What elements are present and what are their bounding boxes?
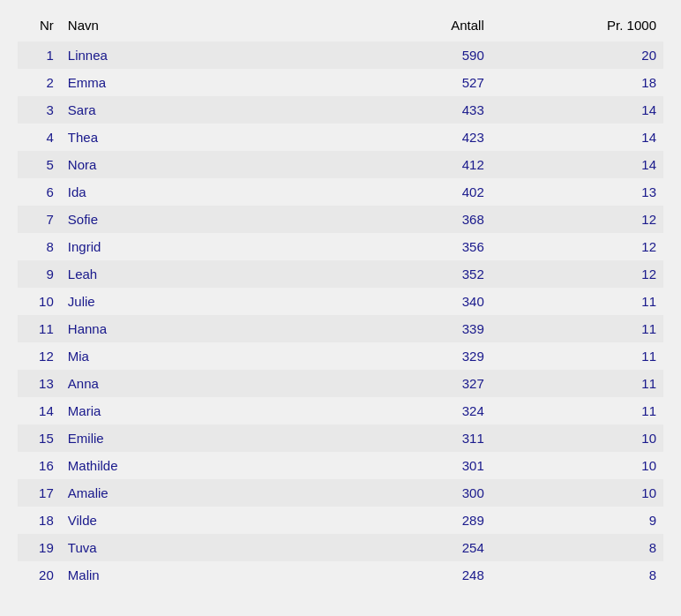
cell-antall: 339 bbox=[254, 315, 490, 342]
cell-navn: Emma bbox=[61, 69, 255, 96]
cell-pr1000: 10 bbox=[491, 452, 663, 479]
cell-antall: 352 bbox=[254, 260, 490, 288]
header-pr1000: Pr. 1000 bbox=[491, 9, 663, 41]
cell-antall: 248 bbox=[254, 561, 490, 589]
cell-antall: 327 bbox=[254, 370, 490, 397]
table-row: 20Malin2488 bbox=[18, 561, 663, 589]
cell-antall: 289 bbox=[254, 507, 490, 534]
cell-antall: 301 bbox=[254, 452, 490, 479]
cell-nr: 5 bbox=[18, 151, 61, 178]
cell-navn: Tuva bbox=[61, 534, 255, 561]
cell-pr1000: 11 bbox=[491, 370, 663, 397]
header-antall: Antall bbox=[254, 9, 490, 41]
table-row: 14Maria32411 bbox=[18, 397, 663, 424]
table-row: 18Vilde2899 bbox=[18, 507, 663, 534]
table-row: 9Leah35212 bbox=[18, 260, 663, 288]
table-row: 11Hanna33911 bbox=[18, 315, 663, 342]
cell-pr1000: 11 bbox=[491, 288, 663, 315]
header-nr: Nr bbox=[18, 9, 61, 41]
cell-navn: Malin bbox=[61, 561, 255, 589]
cell-nr: 17 bbox=[18, 479, 61, 507]
cell-nr: 6 bbox=[18, 178, 61, 206]
cell-nr: 2 bbox=[18, 69, 61, 96]
cell-nr: 7 bbox=[18, 206, 61, 233]
cell-pr1000: 8 bbox=[491, 534, 663, 561]
table-row: 13Anna32711 bbox=[18, 370, 663, 397]
cell-nr: 9 bbox=[18, 260, 61, 288]
cell-nr: 16 bbox=[18, 452, 61, 479]
cell-nr: 15 bbox=[18, 424, 61, 452]
cell-antall: 254 bbox=[254, 534, 490, 561]
cell-antall: 324 bbox=[254, 397, 490, 424]
cell-pr1000: 13 bbox=[491, 178, 663, 206]
cell-nr: 10 bbox=[18, 288, 61, 315]
cell-nr: 20 bbox=[18, 561, 61, 589]
cell-nr: 11 bbox=[18, 315, 61, 342]
cell-navn: Sofie bbox=[61, 206, 255, 233]
table-row: 7Sofie36812 bbox=[18, 206, 663, 233]
table-row: 1Linnea59020 bbox=[18, 41, 663, 69]
cell-pr1000: 12 bbox=[491, 206, 663, 233]
cell-navn: Nora bbox=[61, 151, 255, 178]
cell-nr: 1 bbox=[18, 41, 61, 69]
cell-nr: 3 bbox=[18, 96, 61, 124]
cell-pr1000: 12 bbox=[491, 233, 663, 260]
cell-antall: 368 bbox=[254, 206, 490, 233]
cell-pr1000: 10 bbox=[491, 479, 663, 507]
cell-pr1000: 11 bbox=[491, 315, 663, 342]
cell-pr1000: 12 bbox=[491, 260, 663, 288]
cell-navn: Mathilde bbox=[61, 452, 255, 479]
cell-pr1000: 14 bbox=[491, 151, 663, 178]
table-row: 8Ingrid35612 bbox=[18, 233, 663, 260]
cell-pr1000: 20 bbox=[491, 41, 663, 69]
cell-pr1000: 18 bbox=[491, 69, 663, 96]
cell-navn: Maria bbox=[61, 397, 255, 424]
cell-antall: 329 bbox=[254, 342, 490, 370]
cell-antall: 423 bbox=[254, 124, 490, 151]
cell-antall: 412 bbox=[254, 151, 490, 178]
cell-nr: 13 bbox=[18, 370, 61, 397]
cell-nr: 14 bbox=[18, 397, 61, 424]
cell-pr1000: 14 bbox=[491, 96, 663, 124]
cell-navn: Ida bbox=[61, 178, 255, 206]
cell-navn: Thea bbox=[61, 124, 255, 151]
cell-nr: 18 bbox=[18, 507, 61, 534]
cell-navn: Ingrid bbox=[61, 233, 255, 260]
cell-antall: 527 bbox=[254, 69, 490, 96]
names-table: Nr Navn Antall Pr. 1000 1Linnea590202Emm… bbox=[18, 9, 663, 589]
cell-antall: 356 bbox=[254, 233, 490, 260]
table-row: 2Emma52718 bbox=[18, 69, 663, 96]
cell-antall: 340 bbox=[254, 288, 490, 315]
table-row: 4Thea42314 bbox=[18, 124, 663, 151]
cell-navn: Amalie bbox=[61, 479, 255, 507]
cell-nr: 12 bbox=[18, 342, 61, 370]
cell-nr: 8 bbox=[18, 233, 61, 260]
cell-antall: 300 bbox=[254, 479, 490, 507]
cell-navn: Linnea bbox=[61, 41, 255, 69]
header-navn: Navn bbox=[61, 9, 255, 41]
table-row: 17Amalie30010 bbox=[18, 479, 663, 507]
cell-antall: 433 bbox=[254, 96, 490, 124]
table-row: 12Mia32911 bbox=[18, 342, 663, 370]
table-row: 19Tuva2548 bbox=[18, 534, 663, 561]
cell-navn: Mia bbox=[61, 342, 255, 370]
table-row: 5Nora41214 bbox=[18, 151, 663, 178]
cell-navn: Anna bbox=[61, 370, 255, 397]
cell-pr1000: 14 bbox=[491, 124, 663, 151]
cell-antall: 402 bbox=[254, 178, 490, 206]
cell-navn: Vilde bbox=[61, 507, 255, 534]
cell-nr: 19 bbox=[18, 534, 61, 561]
cell-nr: 4 bbox=[18, 124, 61, 151]
cell-pr1000: 11 bbox=[491, 397, 663, 424]
cell-navn: Sara bbox=[61, 96, 255, 124]
cell-navn: Emilie bbox=[61, 424, 255, 452]
cell-pr1000: 11 bbox=[491, 342, 663, 370]
cell-antall: 590 bbox=[254, 41, 490, 69]
table-row: 6Ida40213 bbox=[18, 178, 663, 206]
cell-pr1000: 8 bbox=[491, 561, 663, 589]
cell-pr1000: 10 bbox=[491, 424, 663, 452]
cell-antall: 311 bbox=[254, 424, 490, 452]
table-row: 3Sara43314 bbox=[18, 96, 663, 124]
cell-navn: Julie bbox=[61, 288, 255, 315]
cell-navn: Hanna bbox=[61, 315, 255, 342]
